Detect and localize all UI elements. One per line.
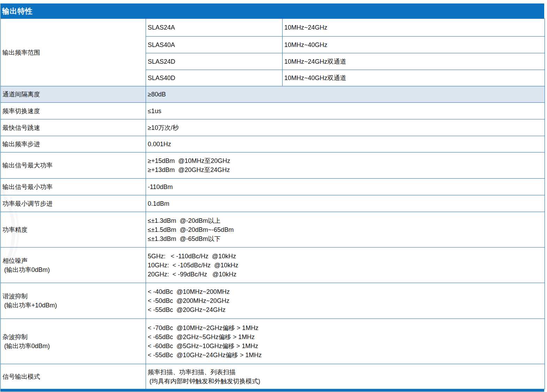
table-row-output-mode: 信号输出模式 频率扫描、功率扫描、列表扫描 (均具有内部时钟触发和外触发切换模式… (1, 364, 545, 389)
spec-value-cell: ≥+15dBm @10MHz至20GHz ≥+13dBm @20GHz至24GH… (146, 152, 545, 179)
model-range-cell: 10MHz~40GHz双通道 (283, 70, 545, 86)
table-row-phase-noise: 相位噪声 (输出功率0dBm) 5GHz: < -110dBc/Hz @10kH… (1, 248, 545, 283)
spec-value-cell: 5GHz: < -110dBc/Hz @10kHz 10GHz: < -105d… (146, 248, 545, 283)
spec-page: 输出特性 输出频率范围 SLAS24A 10MHz~24GHz SLAS40A … (0, 0, 547, 392)
spec-value-cell: ≤1us (146, 103, 545, 119)
spec-value-cell: 0.001Hz (146, 136, 545, 152)
table-row-channel-isolation: 通道间隔离度 ≥80dB (1, 86, 545, 103)
spec-label-cell: 频率切换速度 (1, 103, 146, 119)
model-name-cell: SLAS24D (146, 53, 283, 70)
spec-label-cell: 杂波抑制 (输出功率0dBm) (1, 319, 146, 364)
spec-label-cell: 输出信号最小功率 (1, 179, 146, 195)
spec-label-cell: 信号输出模式 (1, 364, 146, 389)
table-row: 输出频率范围 SLAS24A 10MHz~24GHz (1, 19, 545, 37)
spec-value-cell: < -70dBc @10MHz~2GHz偏移 > 1MHz < -65dBc @… (146, 319, 545, 364)
table-row-switch-speed: 频率切换速度 ≤1us (1, 103, 545, 119)
bottom-accent-bar (0, 389, 544, 392)
table-row-power-step: 功率最小调节步进 0.1dBm (1, 195, 545, 212)
output-spec-table: 输出频率范围 SLAS24A 10MHz~24GHz SLAS40A 10MHz… (0, 18, 545, 389)
table-row-min-power: 输出信号最小功率 -110dBm (1, 179, 545, 195)
table-row-freq-step: 输出频率步进 0.001Hz (1, 136, 545, 152)
spec-value-cell: ≥80dB (146, 86, 545, 103)
spec-value-cell: 频率扫描、功率扫描、列表扫描 (均具有内部时钟触发和外触发切换模式) (146, 364, 545, 389)
section-title: 输出特性 (0, 6, 33, 16)
model-name-cell: SLAS40D (146, 70, 283, 86)
model-range-cell: 10MHz~40GHz (283, 37, 545, 53)
table-row-max-power: 输出信号最大功率 ≥+15dBm @10MHz至20GHz ≥+13dBm @2… (1, 152, 545, 179)
spec-label-cell-freq-range: 输出频率范围 (1, 19, 146, 86)
spec-label-cell: 功率最小调节步进 (1, 195, 146, 212)
spec-label-cell: 通道间隔离度 (1, 86, 146, 103)
spec-label-cell: 相位噪声 (输出功率0dBm) (1, 248, 146, 283)
spec-label-cell: 输出频率步进 (1, 136, 146, 152)
spec-label-cell: 谐波抑制 (输出功率+10dBm) (1, 283, 146, 319)
model-name-cell: SLAS40A (146, 37, 283, 53)
spec-value-cell: ≤±1.3dBm @-20dBm以上 ≤±1.5dBm @-20dBm~-65d… (146, 212, 545, 248)
spec-label-cell: 输出信号最大功率 (1, 152, 146, 179)
table-row-spurious-suppression: 杂波抑制 (输出功率0dBm) < -70dBc @10MHz~2GHz偏移 >… (1, 319, 545, 364)
spec-value-cell: 0.1dBm (146, 195, 545, 212)
table-row-harmonic-suppression: 谐波抑制 (输出功率+10dBm) < -40dBc @10MHz~200MHz… (1, 283, 545, 319)
model-range-cell: 10MHz~24GHz双通道 (283, 53, 545, 70)
spec-value-cell: -110dBm (146, 179, 545, 195)
spec-value-cell: ≥10万次/秒 (146, 119, 545, 136)
model-range-cell: 10MHz~24GHz (283, 19, 545, 37)
section-header-bar: 输出特性 (0, 3, 544, 18)
spec-value-cell: < -40dBc @10MHz~200MHz < -50dBc @200MHz~… (146, 283, 545, 319)
model-name-cell: SLAS24A (146, 19, 283, 37)
table-row-hop-rate: 最快信号跳速 ≥10万次/秒 (1, 119, 545, 136)
table-row-power-accuracy: 功率精度 ≤±1.3dBm @-20dBm以上 ≤±1.5dBm @-20dBm… (1, 212, 545, 248)
spec-label-cell: 功率精度 (1, 212, 146, 248)
spec-label-cell: 最快信号跳速 (1, 119, 146, 136)
